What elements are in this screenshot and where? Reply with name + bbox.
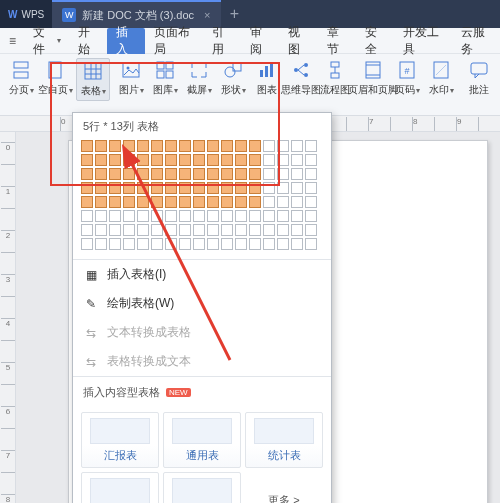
grid-cell[interactable] <box>165 196 177 208</box>
grid-cell[interactable] <box>165 238 177 250</box>
grid-cell[interactable] <box>95 224 107 236</box>
grid-cell[interactable] <box>193 196 205 208</box>
template-card[interactable]: 通用表 <box>163 412 241 468</box>
grid-cell[interactable] <box>291 238 303 250</box>
grid-cell[interactable] <box>81 168 93 180</box>
grid-cell[interactable] <box>207 210 219 222</box>
grid-cell[interactable] <box>81 224 93 236</box>
grid-cell[interactable] <box>277 140 289 152</box>
grid-cell[interactable] <box>95 196 107 208</box>
gallery-button[interactable]: 图库 <box>148 58 182 99</box>
grid-cell[interactable] <box>221 210 233 222</box>
grid-cell[interactable] <box>235 238 247 250</box>
ribbon-tab-7[interactable]: 安全 <box>356 28 394 54</box>
flowchart-button[interactable]: 流程图 <box>318 58 352 99</box>
grid-cell[interactable] <box>207 238 219 250</box>
grid-cell[interactable] <box>81 238 93 250</box>
grid-cell[interactable] <box>277 196 289 208</box>
grid-cell[interactable] <box>109 196 121 208</box>
grid-cell[interactable] <box>263 196 275 208</box>
grid-cell[interactable] <box>137 168 149 180</box>
page-number-button[interactable]: # 页码 <box>390 58 424 99</box>
grid-cell[interactable] <box>95 238 107 250</box>
chart-button[interactable]: 图表 <box>250 58 284 99</box>
grid-cell[interactable] <box>207 168 219 180</box>
ribbon-tab-9[interactable]: 云服务 <box>452 28 500 54</box>
grid-cell[interactable] <box>151 224 163 236</box>
grid-cell[interactable] <box>291 154 303 166</box>
grid-cell[interactable] <box>95 140 107 152</box>
grid-cell[interactable] <box>249 224 261 236</box>
grid-cell[interactable] <box>249 140 261 152</box>
grid-cell[interactable] <box>179 210 191 222</box>
grid-cell[interactable] <box>193 210 205 222</box>
grid-cell[interactable] <box>263 140 275 152</box>
grid-cell[interactable] <box>305 224 317 236</box>
picture-button[interactable]: 图片 <box>114 58 148 99</box>
grid-cell[interactable] <box>123 182 135 194</box>
grid-cell[interactable] <box>263 224 275 236</box>
grid-cell[interactable] <box>151 238 163 250</box>
grid-cell[interactable] <box>221 154 233 166</box>
grid-cell[interactable] <box>263 182 275 194</box>
grid-cell[interactable] <box>263 168 275 180</box>
mindmap-button[interactable]: 思维导图 <box>284 58 318 99</box>
grid-cell[interactable] <box>235 196 247 208</box>
close-tab-icon[interactable]: × <box>204 9 210 21</box>
ribbon-tab-5[interactable]: 视图 <box>279 28 317 54</box>
grid-cell[interactable] <box>151 196 163 208</box>
screenshot-button[interactable]: 截屏 <box>182 58 216 99</box>
grid-cell[interactable] <box>235 210 247 222</box>
ribbon-tab-3[interactable]: 引用 <box>203 28 241 54</box>
grid-cell[interactable] <box>151 140 163 152</box>
grid-cell[interactable] <box>277 224 289 236</box>
grid-cell[interactable] <box>81 182 93 194</box>
grid-cell[interactable] <box>123 140 135 152</box>
grid-cell[interactable] <box>151 154 163 166</box>
grid-cell[interactable] <box>137 224 149 236</box>
grid-cell[interactable] <box>249 210 261 222</box>
grid-cell[interactable] <box>207 154 219 166</box>
grid-cell[interactable] <box>277 210 289 222</box>
table-button[interactable]: 表格 <box>76 58 110 101</box>
ribbon-tab-6[interactable]: 章节 <box>318 28 356 54</box>
grid-cell[interactable] <box>179 154 191 166</box>
ribbon-tab-2[interactable]: 页面布局 <box>145 28 203 54</box>
grid-cell[interactable] <box>249 182 261 194</box>
grid-cell[interactable] <box>193 140 205 152</box>
grid-cell[interactable] <box>305 196 317 208</box>
header-footer-button[interactable]: 页眉和页脚 <box>356 58 390 99</box>
grid-cell[interactable] <box>193 224 205 236</box>
grid-cell[interactable] <box>137 154 149 166</box>
grid-cell[interactable] <box>179 168 191 180</box>
watermark-button[interactable]: 水印 <box>424 58 458 99</box>
grid-cell[interactable] <box>151 210 163 222</box>
grid-cell[interactable] <box>123 154 135 166</box>
grid-cell[interactable] <box>193 154 205 166</box>
grid-cell[interactable] <box>137 196 149 208</box>
grid-cell[interactable] <box>277 238 289 250</box>
grid-cell[interactable] <box>109 154 121 166</box>
grid-cell[interactable] <box>81 196 93 208</box>
grid-cell[interactable] <box>263 238 275 250</box>
grid-cell[interactable] <box>221 168 233 180</box>
insert-table-item[interactable]: ▦ 插入表格(I) <box>73 260 331 289</box>
table-size-grid[interactable] <box>73 136 331 259</box>
draw-table-item[interactable]: ✎ 绘制表格(W) <box>73 289 331 318</box>
grid-cell[interactable] <box>81 140 93 152</box>
file-menu[interactable]: 文件 <box>25 24 69 58</box>
grid-cell[interactable] <box>151 182 163 194</box>
grid-cell[interactable] <box>291 196 303 208</box>
grid-cell[interactable] <box>263 154 275 166</box>
template-card[interactable]: 统计表 <box>245 412 323 468</box>
grid-cell[interactable] <box>165 140 177 152</box>
grid-cell[interactable] <box>123 168 135 180</box>
grid-cell[interactable] <box>305 140 317 152</box>
grid-cell[interactable] <box>221 140 233 152</box>
ribbon-tab-4[interactable]: 审阅 <box>241 28 279 54</box>
grid-cell[interactable] <box>179 140 191 152</box>
ribbon-tab-8[interactable]: 开发工具 <box>394 28 452 54</box>
grid-cell[interactable] <box>95 168 107 180</box>
grid-cell[interactable] <box>95 182 107 194</box>
grid-cell[interactable] <box>291 224 303 236</box>
